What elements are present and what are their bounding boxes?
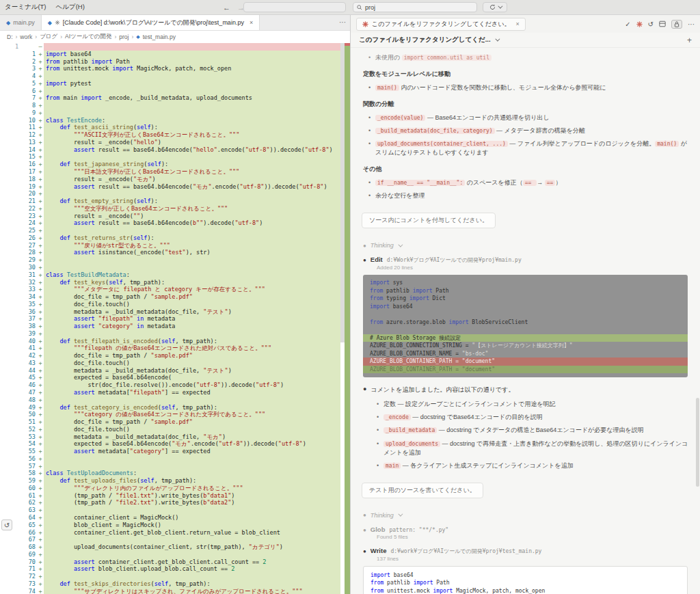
- inline-code-chip: _build_metadata: [383, 427, 437, 433]
- code-line: 72+: [0, 573, 340, 580]
- chat-content: 未使用の import common.util as util定数をモジュールレ…: [351, 48, 700, 594]
- inline-code-chip: _encode: [383, 414, 411, 420]
- code-line: 39+: [0, 330, 340, 338]
- code-line: 26+ def test_returns_str(self):: [0, 234, 340, 242]
- list-item: 定数 — 設定グループごとにインラインコメントで用途を明記: [377, 400, 690, 409]
- code-line: 37+ assert "filepath" in metadata: [0, 315, 340, 323]
- list-item: _build_metadata(doc_file, category) — メタ…: [368, 126, 690, 135]
- claude-spark-icon: [362, 21, 368, 27]
- code-line: 3+from unittest.mock import MagicMock, p…: [0, 65, 340, 72]
- list-item: main() 内のハードコード定数を関数外に移動し、モジュール全体から参照可能に: [368, 83, 690, 92]
- claude-tab-bar: このファイルをリファクタリングしてください。 × ✓ ↺ ···: [351, 15, 700, 33]
- text-segment: 未使用の: [375, 54, 402, 61]
- code-line: 69+: [0, 551, 340, 558]
- code-block-line: import base64: [371, 571, 680, 580]
- breadcrumb-item[interactable]: proj: [119, 33, 129, 40]
- claude-session-tab[interactable]: このファイルをリファクタリングしてください。 ×: [356, 18, 526, 31]
- chevron-down-icon: [498, 4, 502, 9]
- code-line: 59+ def test_uploads_files(self, tmp_pat…: [0, 477, 340, 485]
- inline-code-chip: upload_documents: [383, 441, 440, 447]
- split-editor-icon[interactable]: [659, 21, 666, 27]
- more-icon[interactable]: ···: [688, 21, 695, 28]
- text-segment: — 各クライアント生成ステップにインラインコメントを追加: [401, 462, 573, 469]
- section-heading: 定数をモジュールレベルに移動: [363, 70, 690, 79]
- history-icon[interactable]: ↺: [648, 21, 654, 28]
- bullet-list: 未使用の import common.util as util: [368, 53, 690, 62]
- inline-code-chip: _encode(value): [375, 115, 425, 121]
- command-center-box[interactable]: [243, 2, 346, 12]
- code-line: 16+ def test_japanese_string(self):: [0, 161, 340, 168]
- claude-spark-icon[interactable]: [636, 21, 643, 27]
- user-message-bubble: テスト用のソースを書いてください。: [362, 483, 483, 498]
- gear-icon: [55, 20, 60, 25]
- tool-result-summary: Added 20 lines: [377, 265, 690, 271]
- python-file-icon: ◆: [136, 34, 139, 40]
- tab-main-py[interactable]: ◆ main.py: [0, 15, 42, 30]
- editor-tab-bar: ◆ main.py ◆ [Claude Code] d:\work\ブログ\AI…: [0, 15, 350, 31]
- thinking-row[interactable]: ●Thinking: [363, 512, 690, 519]
- list-item: _encode — docstring でBase64エンコードの目的を説明: [377, 413, 690, 422]
- python-file-icon: ◆: [48, 20, 52, 26]
- code-line: 15+: [0, 153, 340, 161]
- breadcrumb[interactable]: D:›work›ブログ›AIツールでの開発›proj›◆ test_main.p…: [0, 31, 350, 42]
- claude-code-panel: このファイルをリファクタリングしてください。 × ✓ ↺ ··· このファイルを…: [350, 15, 700, 594]
- written-code-block: import base64from pathlib import Pathfro…: [363, 566, 688, 594]
- breadcrumb-item[interactable]: test_main.py: [143, 33, 176, 40]
- search-input[interactable]: proj: [353, 2, 477, 12]
- code-line: 66+ container_client.get_blob_client.ret…: [0, 529, 340, 537]
- new-session-button[interactable]: +: [687, 36, 692, 45]
- bullet-list: main() 内のハードコード定数を関数外に移動し、モジュール全体から参照可能に: [368, 83, 690, 92]
- lock-icon[interactable]: [674, 21, 679, 27]
- tabbar-more-icon[interactable]: ···: [339, 18, 346, 26]
- inline-code-chip: import common.util as util: [402, 55, 492, 61]
- code-line: 49+ def test_category_is_encoded(self, t…: [0, 404, 340, 411]
- code-block-line: AZURE_BLOB_CONTAINER_PATH = "document": [363, 366, 688, 374]
- overview-ruler: [345, 43, 350, 594]
- tab-label: [Claude Code] d:\work\ブログ\AIツールでの開発\proj…: [63, 18, 244, 27]
- code-line: 50+ """category の値がBase64エンコードされた文字列であるこ…: [0, 411, 340, 418]
- code-block-line: import base64: [363, 303, 688, 311]
- chevron-down-icon: [398, 512, 403, 517]
- tab-close-icon[interactable]: ×: [250, 19, 253, 26]
- code-line: 56+: [0, 455, 340, 463]
- menu-terminal[interactable]: ターミナル(T): [0, 3, 51, 12]
- thinking-row[interactable]: ●Thinking: [363, 242, 690, 249]
- breadcrumb-item[interactable]: ブログ: [40, 33, 57, 41]
- code-line: 55+ assert metadata["category"] == expec…: [0, 448, 340, 455]
- menu-help[interactable]: ヘルプ(H): [51, 3, 90, 12]
- list-item: if __name__ == "__main__": のスペースを修正（== →…: [368, 178, 690, 187]
- code-line: 4+: [0, 72, 340, 80]
- code-line: 7+from main import _encode, _build_metad…: [0, 94, 340, 102]
- code-line: 13+ result = _encode("hello"): [0, 139, 340, 146]
- code-line: 33+ """メタデータに filepath と category キーが存在す…: [0, 286, 340, 293]
- editor-pane: ◆ main.py ◆ [Claude Code] d:\work\ブログ\AI…: [0, 15, 350, 594]
- code-block-line: import sys: [363, 279, 688, 287]
- refresh-button[interactable]: [483, 2, 507, 12]
- tab-test-main-py[interactable]: ◆ [Claude Code] d:\work\ブログ\AIツールでの開発\pr…: [42, 15, 260, 30]
- tool-call-row: ●Globpattern: "**/*.py": [363, 526, 690, 533]
- breadcrumb-item[interactable]: AIツールでの開発: [65, 33, 111, 41]
- breadcrumb-item[interactable]: D:: [7, 33, 13, 40]
- code-line: 32+ def test_keys(self, tmp_path):: [0, 279, 340, 286]
- code-line: 5+import pytest: [0, 80, 340, 87]
- code-line: 67+: [0, 536, 340, 543]
- code-block-line: AZURE_BLOB_CONTAINER_PATH = "document": [363, 357, 688, 366]
- claude-tab-close-icon[interactable]: ×: [515, 21, 519, 27]
- breadcrumb-item[interactable]: work: [20, 33, 32, 40]
- revert-change-button[interactable]: ↺: [1, 519, 12, 530]
- code-line: 1–: [0, 43, 340, 51]
- nav-back-icon[interactable]: ←: [223, 3, 230, 12]
- session-header[interactable]: このファイルをリファクタリングしてくだ... +: [351, 33, 700, 48]
- bullet-icon: ●: [363, 527, 366, 533]
- check-icon[interactable]: ✓: [625, 21, 630, 28]
- panel-scrollbar[interactable]: [696, 398, 699, 487]
- tool-path: d:¥work¥ブログ¥AIツールでの開発¥proj¥test_main.py: [390, 548, 541, 555]
- code-line: 44+ metadata = _build_metadata(doc_file,…: [0, 367, 340, 375]
- code-line: 27+ """戻り値がstr型であること。""": [0, 242, 340, 249]
- session-title: このファイルをリファクタリングしてくだ...: [359, 36, 491, 44]
- code-line: 2+from pathlib import Path: [0, 58, 340, 66]
- bullet-list: 定数 — 設定グループごとにインラインコメントで用途を明記_encode — d…: [377, 400, 690, 470]
- text-segment: — メタデータ辞書の構築を分離: [495, 127, 585, 134]
- breadcrumb-separator: ›: [35, 33, 37, 40]
- code-line: 11+ def test_ascii_string(self):: [0, 124, 340, 131]
